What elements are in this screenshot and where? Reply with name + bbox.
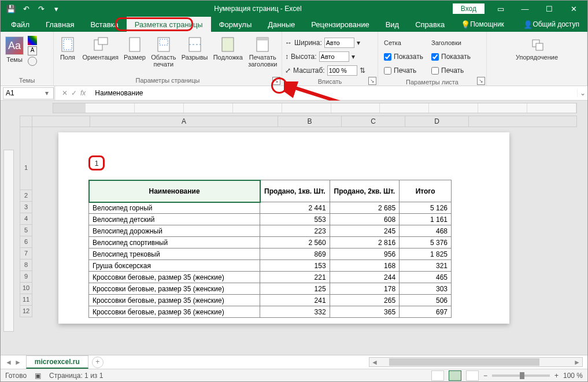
page-setup-dialog-launcher[interactable]: ↘ — [272, 77, 280, 85]
col-header-c[interactable]: C — [342, 116, 405, 127]
row-header[interactable]: 5 — [20, 225, 32, 236]
table-cell[interactable]: 221 — [260, 272, 330, 283]
table-cell[interactable]: 506 — [400, 295, 452, 306]
row-header[interactable]: 4 — [20, 213, 32, 225]
enter-icon[interactable]: ✓ — [71, 89, 77, 97]
effects-icon[interactable] — [28, 57, 37, 66]
table-cell[interactable]: 245 — [330, 225, 399, 237]
table-cell[interactable]: Велосипед дорожный — [89, 225, 260, 237]
table-cell[interactable]: 2 816 — [330, 237, 399, 249]
scale-dialog-launcher[interactable]: ↘ — [368, 77, 376, 85]
table-cell[interactable]: 2 441 — [260, 202, 330, 214]
sheet-options-dialog-launcher[interactable]: ↘ — [477, 77, 485, 85]
zoom-slider[interactable] — [492, 374, 550, 377]
tab-formulas[interactable]: Формулы — [211, 17, 260, 32]
row-header[interactable]: 9 — [20, 271, 32, 283]
header-cell-q1[interactable]: Продано, 1кв. Шт. — [260, 180, 330, 202]
col-header-d[interactable]: D — [405, 116, 469, 127]
headings-show-checkbox[interactable] — [431, 53, 439, 61]
scale-input[interactable] — [327, 65, 357, 76]
row-header[interactable]: 10 — [20, 283, 32, 294]
tab-nav-prev-icon[interactable]: ◄ — [5, 358, 12, 366]
row-header[interactable]: 11 — [20, 294, 32, 306]
themes-button[interactable]: Aa Темы — [3, 35, 26, 64]
table-cell[interactable]: 608 — [330, 214, 399, 225]
table-cell[interactable]: 265 — [330, 295, 399, 306]
cancel-icon[interactable]: ✕ — [62, 89, 68, 97]
table-cell[interactable]: 178 — [330, 283, 399, 295]
background-button[interactable]: Подложка — [211, 35, 245, 62]
tab-file[interactable]: Файл — [3, 17, 38, 32]
row-header[interactable]: 8 — [20, 259, 32, 271]
table-cell[interactable]: 956 — [330, 249, 399, 260]
formula-expand-icon[interactable]: ⌄ — [577, 89, 587, 97]
row-header[interactable]: 2 — [20, 190, 32, 202]
maximize-button[interactable]: ☐ — [538, 1, 561, 16]
zoom-in-button[interactable]: + — [554, 372, 559, 380]
table-cell[interactable]: 365 — [330, 306, 399, 318]
table-cell[interactable]: 468 — [400, 225, 452, 237]
table-cell[interactable]: 2 560 — [260, 237, 330, 249]
col-header-a[interactable]: A — [90, 116, 278, 127]
table-cell[interactable]: 153 — [260, 260, 330, 272]
scroll-left-icon[interactable]: ◄ — [369, 358, 380, 366]
headings-print-checkbox[interactable] — [431, 67, 439, 75]
margins-button[interactable]: Поля — [56, 35, 79, 62]
table-cell[interactable]: 303 — [400, 283, 452, 295]
tab-page-layout[interactable]: Разметка страницы — [127, 17, 211, 32]
page-number-header[interactable]: 1 — [88, 155, 105, 170]
zoom-thumb[interactable] — [520, 372, 524, 379]
table-cell[interactable]: Груша боксерская — [89, 260, 260, 272]
arrange-button[interactable]: Упорядочение — [513, 35, 560, 62]
save-button[interactable]: 💾 — [4, 2, 18, 15]
table-cell[interactable]: Кроссовки беговые, размер 35 (женские) — [89, 272, 260, 283]
table-cell[interactable]: 223 — [260, 225, 330, 237]
table-cell[interactable]: 553 — [260, 214, 330, 225]
page-layout-view-button[interactable] — [449, 370, 461, 381]
normal-view-button[interactable] — [431, 370, 444, 381]
table-cell[interactable]: 465 — [400, 272, 452, 283]
print-titles-button[interactable]: Печатать заголовки — [246, 35, 279, 69]
vertical-ruler[interactable] — [3, 150, 14, 332]
tab-review[interactable]: Рецензирование — [303, 17, 377, 32]
row-header[interactable]: 3 — [20, 202, 32, 213]
table-cell[interactable]: Велосипед детский — [89, 214, 260, 225]
table-cell[interactable]: 2 685 — [330, 202, 399, 214]
header-cell-total[interactable]: Итого — [400, 180, 452, 202]
zoom-level[interactable]: 100 % — [563, 372, 583, 380]
macro-record-icon[interactable]: ▣ — [35, 372, 41, 380]
close-button[interactable]: ✕ — [562, 1, 585, 16]
tab-help[interactable]: Справка — [407, 17, 453, 32]
table-cell[interactable]: 125 — [260, 283, 330, 295]
fonts-icon[interactable]: A — [28, 46, 37, 55]
table-cell[interactable]: Велосипед спортивный — [89, 237, 260, 249]
gridlines-print-checkbox[interactable] — [384, 67, 391, 75]
tab-insert[interactable]: Вставка — [82, 17, 126, 32]
login-button[interactable]: Вход — [453, 3, 485, 14]
tab-view[interactable]: Вид — [378, 17, 408, 32]
row-header[interactable]: 6 — [20, 236, 32, 248]
table-cell[interactable]: Кроссовки беговые, размер 35 (женские) — [89, 295, 260, 306]
dropdown-icon[interactable]: ▾ — [357, 39, 360, 47]
dropdown-icon[interactable]: ▾ — [352, 53, 355, 61]
size-button[interactable]: Размер — [121, 35, 147, 62]
table-cell[interactable]: Велосипед горный — [89, 202, 260, 214]
table-cell[interactable]: 244 — [330, 272, 399, 283]
table-cell[interactable]: 241 — [260, 295, 330, 306]
table-cell[interactable]: 5 126 — [400, 202, 452, 214]
share-button[interactable]: 👤 Общий доступ — [515, 17, 587, 32]
tab-assistant[interactable]: 💡 Помощник — [453, 17, 512, 32]
row-header-1[interactable]: 1 — [20, 127, 32, 190]
width-input[interactable] — [324, 38, 354, 48]
undo-button[interactable]: ↶ — [19, 2, 33, 15]
add-sheet-button[interactable]: + — [92, 357, 103, 368]
scroll-right-icon[interactable]: ► — [572, 358, 582, 366]
header-cell-q2[interactable]: Продано, 2кв. Шт. — [330, 180, 399, 202]
name-box[interactable]: A1▾ — [3, 87, 54, 99]
tab-home[interactable]: Главная — [38, 17, 82, 32]
scroll-thumb[interactable] — [389, 358, 539, 366]
qat-customize[interactable]: ▾ — [49, 2, 63, 15]
table-cell[interactable]: 1 161 — [400, 214, 452, 225]
redo-button[interactable]: ↷ — [34, 2, 48, 15]
fx-icon[interactable]: fx — [80, 89, 86, 97]
